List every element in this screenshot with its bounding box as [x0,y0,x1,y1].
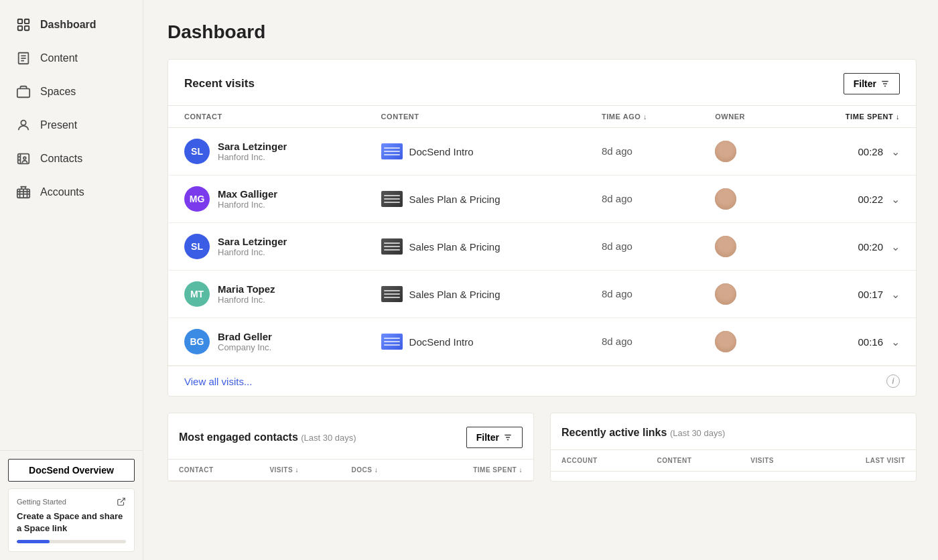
owner-avatar [715,283,736,305]
sidebar-item-contacts[interactable]: Contacts [0,142,143,176]
svg-rect-2 [18,26,22,30]
expand-chevron[interactable]: ⌄ [891,193,900,206]
time-spent-cell: 00:16 ⌄ [806,336,900,348]
info-icon: i [886,374,900,388]
content-cell: DocSend Intro [381,334,570,350]
time-ago: 8d ago [602,145,632,157]
time-ago: 8d ago [602,288,632,299]
contact-name[interactable]: Sara Letzinger [218,236,287,247]
sidebar-item-spaces[interactable]: Spaces [0,75,143,109]
sidebar-item-label: Contacts [40,153,82,165]
content-name[interactable]: DocSend Intro [409,336,474,348]
contact-cell: BG Brad Geller Company Inc. [184,329,349,354]
most-engaged-title-group: Most engaged contacts (Last 30 days) [179,431,356,443]
col-contact: CONTACT [168,106,365,128]
table-row: BG Brad Geller Company Inc. DocSend Intr… [168,318,916,366]
svg-line-21 [121,498,125,502]
most-engaged-subtitle: (Last 30 days) [301,433,356,443]
contact-info: Maria Topez Hanford Inc. [218,283,275,305]
svg-rect-8 [17,88,29,97]
owner-avatar [715,188,736,210]
recently-active-title: Recently active links [561,427,667,438]
most-engaged-card: Most engaged contacts (Last 30 days) Fil… [168,413,534,482]
recent-visits-header: Recent visits Filter [168,60,916,105]
sidebar-item-content[interactable]: Content [0,42,143,75]
sidebar-item-label: Dashboard [40,19,96,31]
contact-company: Hanford Inc. [218,295,275,305]
me-col-time-spent[interactable]: TIME SPENT ↓ [419,460,533,481]
page-title: Dashboard [168,21,917,43]
contact-cell: SL Sara Letzinger Hanford Inc. [184,234,349,259]
recent-visits-table: CONTACT CONTENT TIME AGO ↓ OWNER TIME SP… [168,105,916,366]
sidebar-nav: Dashboard Content Spaces [0,0,143,450]
svg-point-9 [21,121,25,125]
accounts-icon [16,185,31,200]
progress-bar-background [17,540,126,543]
time-spent-value: 00:17 [858,289,883,300]
present-icon [16,118,31,133]
svg-rect-1 [25,19,29,23]
col-time-ago[interactable]: TIME AGO ↓ [586,106,699,128]
recently-active-title-group: Recently active links (Last 30 days) [561,427,725,439]
expand-chevron[interactable]: ⌄ [891,240,900,253]
col-time-spent[interactable]: TIME SPENT ↓ [790,106,916,128]
content-name[interactable]: Sales Plan & Pricing [409,289,500,300]
ra-col-account: ACCOUNT [551,450,647,472]
expand-chevron[interactable]: ⌄ [891,145,900,158]
sidebar-item-dashboard[interactable]: Dashboard [0,8,143,42]
time-ago: 8d ago [602,240,632,252]
most-engaged-table: CONTACT VISITS ↓ DOCS ↓ TIME SPENT ↓ [168,459,533,481]
contact-name[interactable]: Sara Letzinger [218,141,287,152]
sidebar-item-present[interactable]: Present [0,109,143,142]
content-name[interactable]: Sales Plan & Pricing [409,241,500,253]
contact-info: Brad Geller Company Inc. [218,331,272,352]
time-ago: 8d ago [602,336,632,347]
contact-name[interactable]: Maria Topez [218,283,275,295]
contact-company: Hanford Inc. [218,152,287,162]
contacts-icon [16,151,31,166]
recent-visits-card: Recent visits Filter CONTACT CONTENT TIM… [168,59,917,397]
me-col-visits[interactable]: VISITS ↓ [259,460,340,481]
contact-company: Hanford Inc. [218,247,287,257]
time-spent-value: 00:22 [858,194,883,205]
recently-active-card: Recently active links (Last 30 days) ACC… [550,413,917,482]
table-row: SL Sara Letzinger Hanford Inc. Sales Pla… [168,223,916,271]
owner-avatar [715,236,736,257]
contact-cell: SL Sara Letzinger Hanford Inc. [184,139,349,164]
expand-chevron[interactable]: ⌄ [891,336,900,348]
contact-name[interactable]: Max Galliger [218,188,277,200]
expand-chevron[interactable]: ⌄ [891,288,900,301]
time-spent-cell: 00:28 ⌄ [806,145,900,158]
most-engaged-filter-button[interactable]: Filter [466,427,523,448]
col-content: CONTENT [365,106,586,128]
avatar: SL [184,139,210,164]
docsend-overview-button[interactable]: DocSend Overview [8,459,135,482]
svg-rect-0 [18,19,22,23]
progress-bar-fill [17,540,50,543]
sidebar: Dashboard Content Spaces [0,0,143,560]
me-col-docs[interactable]: DOCS ↓ [341,460,419,481]
getting-started-header: Getting Started [17,497,126,506]
content-name[interactable]: DocSend Intro [409,146,474,157]
ra-col-last-visit: LAST VISIT [814,450,916,472]
external-link-icon[interactable] [117,497,126,506]
sidebar-item-label: Present [40,119,77,131]
getting-started-card: Getting Started Create a Space and share… [8,488,135,552]
contact-name[interactable]: Brad Geller [218,331,272,342]
content-cell: Sales Plan & Pricing [381,191,570,207]
time-spent-value: 00:28 [858,146,883,157]
sidebar-item-accounts[interactable]: Accounts [0,176,143,209]
svg-rect-3 [25,26,29,30]
recently-active-header: Recently active links (Last 30 days) [551,413,916,447]
avatar: MG [184,186,210,212]
recent-visits-filter-button[interactable]: Filter [844,73,900,94]
owner-avatar [715,331,736,352]
content-name[interactable]: Sales Plan & Pricing [409,194,500,205]
view-all-row: View all visits... i [168,366,916,396]
view-all-link[interactable]: View all visits... [184,376,252,387]
sidebar-item-label: Spaces [40,86,76,98]
time-spent-value: 00:16 [858,336,883,348]
contact-cell: MT Maria Topez Hanford Inc. [184,281,349,307]
table-row: MT Maria Topez Hanford Inc. Sales Plan &… [168,271,916,318]
getting-started-text: Create a Space and share a Space link [17,510,126,535]
